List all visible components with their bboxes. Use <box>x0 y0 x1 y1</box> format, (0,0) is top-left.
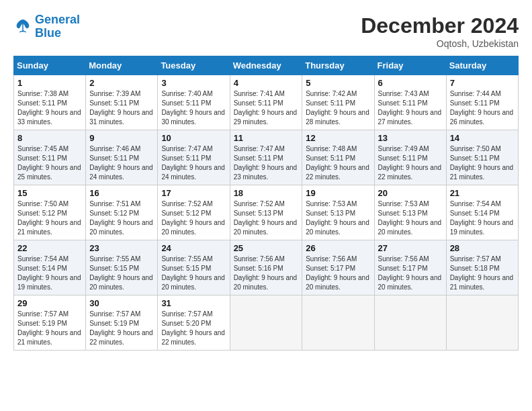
day-number: 13 <box>378 133 443 143</box>
logo-line2: Blue <box>35 27 80 40</box>
location-subtitle: Oqtosh, Uzbekistan <box>361 38 519 49</box>
day-info: Sunrise: 7:38 AMSunset: 5:11 PMDaylight:… <box>17 89 82 127</box>
calendar-day-cell: 22Sunrise: 7:54 AMSunset: 5:14 PMDayligh… <box>14 240 86 295</box>
calendar-day-cell: 5Sunrise: 7:42 AMSunset: 5:11 PMDaylight… <box>302 75 374 130</box>
weekday-header: Thursday <box>302 56 374 75</box>
weekday-header: Wednesday <box>230 56 302 75</box>
day-number: 2 <box>89 78 154 88</box>
calendar-day-cell: 3Sunrise: 7:40 AMSunset: 5:11 PMDaylight… <box>158 75 230 130</box>
day-number: 21 <box>450 188 515 198</box>
calendar-day-cell: 30Sunrise: 7:57 AMSunset: 5:19 PMDayligh… <box>86 295 158 351</box>
logo-icon <box>13 17 32 36</box>
day-number: 20 <box>378 188 443 198</box>
calendar-day-cell: 20Sunrise: 7:53 AMSunset: 5:13 PMDayligh… <box>374 185 446 240</box>
day-info: Sunrise: 7:56 AMSunset: 5:16 PMDaylight:… <box>234 255 299 292</box>
day-info: Sunrise: 7:52 AMSunset: 5:13 PMDaylight:… <box>234 199 299 237</box>
calendar-day-cell: 8Sunrise: 7:45 AMSunset: 5:11 PMDaylight… <box>14 130 86 185</box>
calendar-day-cell: 4Sunrise: 7:41 AMSunset: 5:11 PMDaylight… <box>230 75 302 130</box>
page-header: General Blue December 2024 Oqtosh, Uzbek… <box>13 13 519 49</box>
weekday-header-row: SundayMondayTuesdayWednesdayThursdayFrid… <box>14 56 519 75</box>
calendar-week-row: 1Sunrise: 7:38 AMSunset: 5:11 PMDaylight… <box>14 75 519 130</box>
day-number: 4 <box>234 78 299 88</box>
day-number: 27 <box>378 243 443 253</box>
day-number: 12 <box>306 133 370 143</box>
calendar-week-row: 29Sunrise: 7:57 AMSunset: 5:19 PMDayligh… <box>14 295 519 351</box>
day-info: Sunrise: 7:51 AMSunset: 5:12 PMDaylight:… <box>89 199 154 237</box>
weekday-header: Monday <box>86 56 158 75</box>
calendar-day-cell: 10Sunrise: 7:47 AMSunset: 5:11 PMDayligh… <box>158 130 230 185</box>
day-number: 25 <box>234 243 299 253</box>
calendar-day-cell: 23Sunrise: 7:55 AMSunset: 5:15 PMDayligh… <box>86 240 158 295</box>
calendar-day-cell: 24Sunrise: 7:55 AMSunset: 5:15 PMDayligh… <box>158 240 230 295</box>
weekday-header: Sunday <box>14 56 86 75</box>
day-info: Sunrise: 7:40 AMSunset: 5:11 PMDaylight:… <box>161 89 226 127</box>
day-info: Sunrise: 7:43 AMSunset: 5:11 PMDaylight:… <box>378 89 443 127</box>
day-info: Sunrise: 7:44 AMSunset: 5:11 PMDaylight:… <box>450 89 515 127</box>
day-info: Sunrise: 7:53 AMSunset: 5:13 PMDaylight:… <box>306 199 370 237</box>
calendar-day-cell <box>446 295 518 351</box>
calendar-day-cell <box>302 295 374 351</box>
calendar-table: SundayMondayTuesdayWednesdayThursdayFrid… <box>13 56 519 351</box>
day-info: Sunrise: 7:57 AMSunset: 5:19 PMDaylight:… <box>17 310 82 347</box>
day-number: 28 <box>450 243 515 253</box>
calendar-day-cell: 1Sunrise: 7:38 AMSunset: 5:11 PMDaylight… <box>14 75 86 130</box>
calendar-day-cell: 25Sunrise: 7:56 AMSunset: 5:16 PMDayligh… <box>230 240 302 295</box>
day-info: Sunrise: 7:54 AMSunset: 5:14 PMDaylight:… <box>17 255 82 292</box>
day-info: Sunrise: 7:57 AMSunset: 5:20 PMDaylight:… <box>161 310 226 347</box>
calendar-day-cell: 14Sunrise: 7:50 AMSunset: 5:11 PMDayligh… <box>446 130 518 185</box>
calendar-day-cell: 2Sunrise: 7:39 AMSunset: 5:11 PMDaylight… <box>86 75 158 130</box>
day-info: Sunrise: 7:47 AMSunset: 5:11 PMDaylight:… <box>234 144 299 182</box>
day-number: 7 <box>450 78 515 88</box>
day-info: Sunrise: 7:50 AMSunset: 5:11 PMDaylight:… <box>450 144 515 182</box>
day-number: 31 <box>161 298 226 308</box>
calendar-day-cell: 9Sunrise: 7:46 AMSunset: 5:11 PMDaylight… <box>86 130 158 185</box>
day-number: 30 <box>89 298 154 308</box>
calendar-day-cell: 17Sunrise: 7:52 AMSunset: 5:12 PMDayligh… <box>158 185 230 240</box>
day-info: Sunrise: 7:57 AMSunset: 5:19 PMDaylight:… <box>89 310 154 347</box>
day-number: 18 <box>234 188 299 198</box>
month-title: December 2024 <box>361 13 519 38</box>
logo-text: General Blue <box>35 13 80 40</box>
day-number: 29 <box>17 298 82 308</box>
day-info: Sunrise: 7:56 AMSunset: 5:17 PMDaylight:… <box>378 255 443 292</box>
calendar-week-row: 8Sunrise: 7:45 AMSunset: 5:11 PMDaylight… <box>14 130 519 185</box>
day-info: Sunrise: 7:55 AMSunset: 5:15 PMDaylight:… <box>161 255 226 292</box>
day-info: Sunrise: 7:54 AMSunset: 5:14 PMDaylight:… <box>450 199 515 237</box>
day-number: 3 <box>161 78 226 88</box>
calendar-day-cell: 12Sunrise: 7:48 AMSunset: 5:11 PMDayligh… <box>302 130 374 185</box>
calendar-day-cell: 31Sunrise: 7:57 AMSunset: 5:20 PMDayligh… <box>158 295 230 351</box>
day-info: Sunrise: 7:52 AMSunset: 5:12 PMDaylight:… <box>161 199 226 237</box>
day-info: Sunrise: 7:50 AMSunset: 5:12 PMDaylight:… <box>17 199 82 237</box>
weekday-header: Saturday <box>446 56 518 75</box>
day-number: 22 <box>17 243 82 253</box>
calendar-day-cell: 18Sunrise: 7:52 AMSunset: 5:13 PMDayligh… <box>230 185 302 240</box>
calendar-day-cell: 26Sunrise: 7:56 AMSunset: 5:17 PMDayligh… <box>302 240 374 295</box>
day-number: 24 <box>161 243 226 253</box>
calendar-day-cell <box>374 295 446 351</box>
day-info: Sunrise: 7:46 AMSunset: 5:11 PMDaylight:… <box>89 144 154 182</box>
day-info: Sunrise: 7:41 AMSunset: 5:11 PMDaylight:… <box>234 89 299 127</box>
calendar-day-cell: 28Sunrise: 7:57 AMSunset: 5:18 PMDayligh… <box>446 240 518 295</box>
day-info: Sunrise: 7:49 AMSunset: 5:11 PMDaylight:… <box>378 144 443 182</box>
calendar-day-cell: 13Sunrise: 7:49 AMSunset: 5:11 PMDayligh… <box>374 130 446 185</box>
calendar-day-cell: 15Sunrise: 7:50 AMSunset: 5:12 PMDayligh… <box>14 185 86 240</box>
day-number: 11 <box>234 133 299 143</box>
calendar-day-cell: 16Sunrise: 7:51 AMSunset: 5:12 PMDayligh… <box>86 185 158 240</box>
calendar-day-cell: 6Sunrise: 7:43 AMSunset: 5:11 PMDaylight… <box>374 75 446 130</box>
weekday-header: Friday <box>374 56 446 75</box>
day-number: 19 <box>306 188 370 198</box>
day-info: Sunrise: 7:42 AMSunset: 5:11 PMDaylight:… <box>306 89 370 127</box>
day-info: Sunrise: 7:47 AMSunset: 5:11 PMDaylight:… <box>161 144 226 182</box>
day-info: Sunrise: 7:55 AMSunset: 5:15 PMDaylight:… <box>89 255 154 292</box>
day-number: 6 <box>378 78 443 88</box>
calendar-week-row: 22Sunrise: 7:54 AMSunset: 5:14 PMDayligh… <box>14 240 519 295</box>
day-number: 26 <box>306 243 370 253</box>
day-number: 10 <box>161 133 226 143</box>
day-number: 17 <box>161 188 226 198</box>
calendar-day-cell: 27Sunrise: 7:56 AMSunset: 5:17 PMDayligh… <box>374 240 446 295</box>
day-number: 23 <box>89 243 154 253</box>
calendar-day-cell: 11Sunrise: 7:47 AMSunset: 5:11 PMDayligh… <box>230 130 302 185</box>
day-info: Sunrise: 7:48 AMSunset: 5:11 PMDaylight:… <box>306 144 370 182</box>
day-info: Sunrise: 7:57 AMSunset: 5:18 PMDaylight:… <box>450 255 515 292</box>
weekday-header: Tuesday <box>158 56 230 75</box>
